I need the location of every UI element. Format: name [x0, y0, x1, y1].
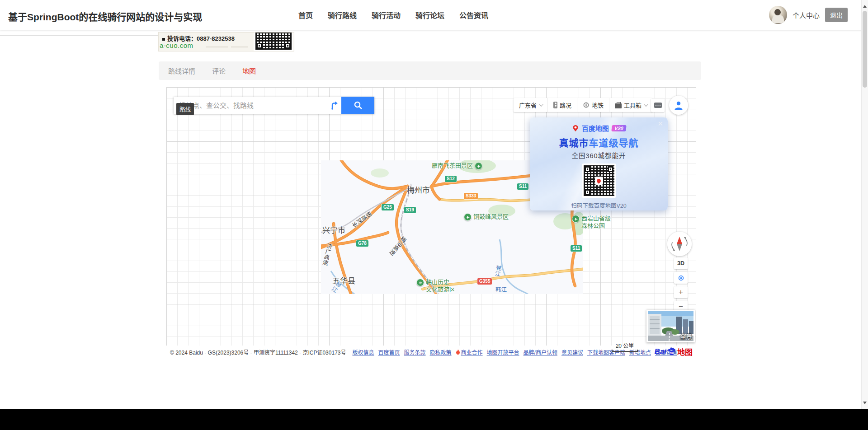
scroll-down-arrow-icon[interactable] [863, 402, 867, 406]
promo-version-badge: V20 [611, 125, 626, 131]
chevron-down-icon [644, 102, 648, 107]
promo-qr-code [582, 164, 616, 198]
link-baidu-home[interactable]: 百度首页 [378, 348, 400, 356]
nav-forum[interactable]: 骑行论坛 [415, 9, 444, 20]
browser-scrollbar[interactable] [861, 0, 868, 409]
road-badge-s11-top: S11 [517, 183, 528, 190]
tab-route-detail[interactable]: 路线详情 [168, 66, 195, 75]
search-input[interactable] [174, 97, 327, 114]
promo-brand-name: 百度地图 [582, 123, 609, 133]
nav-news[interactable]: 公告资讯 [459, 9, 488, 20]
tab-map[interactable]: 地图 [242, 66, 256, 75]
page-bottom-strip [0, 409, 868, 430]
promo-caption: 扫码下载百度地图V20 [530, 201, 668, 210]
metro-icon [583, 102, 590, 108]
map-scale: 20 公里 [612, 341, 638, 352]
metro-toggle[interactable]: 地铁 [577, 98, 609, 112]
scale-bar [612, 350, 638, 352]
zoom-in-button[interactable]: + [674, 286, 688, 298]
scenic-tree-icon [416, 279, 424, 286]
city-label-xingning: 兴宁市 [322, 224, 345, 235]
detail-tabbar: 路线详情 评论 地图 [159, 61, 701, 80]
search-button[interactable] [341, 97, 374, 114]
main-nav: 首页 骑行路线 骑行活动 骑行论坛 公告资讯 [298, 0, 488, 30]
map-copyright: © 2024 Baidu - GS(2023)3206号 - 甲测资字11111… [170, 348, 346, 356]
map-footer: © 2024 Baidu - GS(2023)3206号 - 甲测资字11111… [166, 346, 696, 358]
link-merchant-claim[interactable]: 品牌/商户认领 [524, 348, 557, 356]
traffic-light-icon [553, 102, 557, 108]
chat-bubble-icon [654, 103, 662, 108]
compass-icon [667, 232, 692, 256]
route-icon[interactable] [327, 97, 341, 114]
scenic-tree-icon [572, 215, 580, 223]
3d-mode-button[interactable]: 3D [674, 257, 688, 269]
city-label-meizhou: 梅州市 [407, 184, 430, 195]
nav-home[interactable]: 首页 [298, 9, 313, 20]
promo-title: 真城市车道级导航 [530, 136, 668, 149]
locate-button[interactable] [674, 272, 688, 284]
poi-xiyanshan[interactable]: 西岩山省级 森林公园 [572, 215, 611, 229]
search-icon [354, 101, 363, 110]
poi-label: 铜鼓峰风景区 [473, 213, 509, 220]
map-account-button[interactable] [669, 96, 688, 115]
link-terms[interactable]: 服务条款 [404, 348, 426, 356]
feedback-button[interactable] [651, 98, 665, 112]
scroll-up-arrow-icon[interactable] [863, 3, 867, 8]
scrollbar-thumb[interactable] [863, 11, 867, 88]
map-toolbar: 广东省 路况 地铁 工具箱 [514, 98, 652, 112]
header-bar: 基于SpringBoot的在线骑行网站的设计与实现 首页 骑行路线 骑行活动 骑… [0, 0, 868, 30]
poi-tonggufeng[interactable]: 铜鼓峰风景区 [464, 213, 509, 221]
poi-yannanfei[interactable]: 雁南飞茶田景区 [432, 162, 482, 170]
link-copyright-info[interactable]: 版权信息 [353, 348, 374, 356]
banner-qr-code [255, 33, 292, 50]
nav-routes[interactable]: 骑行路线 [328, 9, 357, 20]
logout-button[interactable]: 退出 [825, 8, 848, 22]
section-divider [0, 35, 159, 36]
avatar[interactable] [769, 6, 787, 24]
person-icon [673, 100, 684, 111]
traffic-toggle[interactable]: 路况 [548, 98, 577, 112]
road-badge-g78: G78 [356, 240, 368, 247]
compass-control[interactable] [667, 232, 692, 256]
link-business[interactable]: 商业合作 [456, 348, 483, 356]
locate-target-icon [678, 275, 684, 281]
qr-marker [585, 189, 590, 195]
close-icon[interactable]: ✕ [657, 120, 663, 128]
panorama-entry[interactable]: 全景 [646, 310, 695, 342]
poi-label: 森林公园 [581, 222, 611, 229]
toolbox-menu[interactable]: 工具箱 [609, 98, 652, 112]
qr-marker [585, 166, 590, 172]
poi-label: 西岩山省级 [581, 215, 611, 222]
link-feedback[interactable]: 意见建议 [561, 348, 583, 356]
baidu-map-canvas[interactable]: 梅州市 兴宁市 五华县 长深高速 济广高速 梅汕高速 韩江 韩江 琴江 S12 … [166, 87, 696, 358]
road-badge-s333: S333 [464, 193, 478, 199]
baidu-map-logo[interactable]: Bai du 地图 [655, 346, 693, 357]
page-title: 基于SpringBoot的在线骑行网站的设计与实现 [8, 9, 202, 23]
flame-icon [456, 349, 460, 355]
profile-link[interactable]: 个人中心 [793, 10, 820, 20]
nav-activities[interactable]: 骑行活动 [372, 9, 401, 20]
toolbox-icon [615, 103, 622, 108]
qr-marker [285, 43, 291, 49]
road-badge-g355: G355 [477, 278, 492, 285]
link-open-platform[interactable]: 地图开放平台 [487, 348, 519, 356]
banner-divider [206, 47, 228, 47]
tab-comments[interactable]: 评论 [212, 66, 226, 75]
link-privacy[interactable]: 隐私政策 [430, 348, 452, 356]
qr-marker [256, 43, 262, 49]
baidu-paw-icon: du [667, 347, 677, 357]
poi-label: 韩山历史 [426, 279, 455, 286]
traffic-label: 路况 [560, 101, 571, 109]
route-banner-image: 投诉电话：0887-8232538 a-cuo.com [159, 33, 294, 51]
qr-center-pin-icon [595, 177, 603, 185]
region-select[interactable]: 广东省 [514, 98, 548, 112]
poi-hanshan[interactable]: 韩山历史 文化旅游区 [416, 279, 455, 293]
banner-divider [231, 47, 248, 47]
user-area: 个人中心 退出 [769, 0, 848, 30]
poi-label: 文化旅游区 [426, 286, 455, 293]
scenic-tree-icon [475, 162, 482, 170]
region-label: 广东省 [519, 101, 537, 109]
route-tooltip: 路线 [176, 103, 194, 115]
chevron-down-icon [539, 102, 543, 107]
scale-text: 20 公里 [616, 343, 634, 349]
